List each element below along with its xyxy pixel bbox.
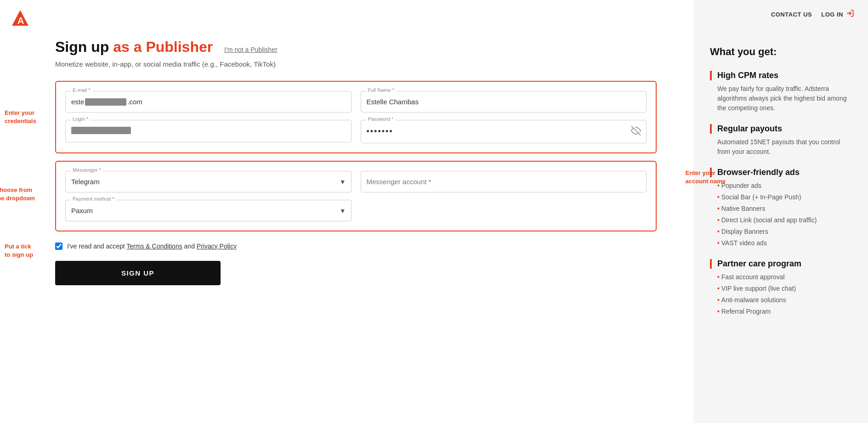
- password-input[interactable]: [361, 120, 647, 143]
- terms-link[interactable]: Terms & Conditions: [126, 243, 182, 250]
- login-link[interactable]: LOG IN: [821, 9, 854, 19]
- messenger-label: Messenger *: [71, 167, 103, 173]
- email-redacted: [85, 98, 126, 106]
- subtitle: Monetize website, in-app, or social medi…: [55, 60, 657, 68]
- list-item: Native Banners: [717, 204, 851, 214]
- list-item: Display Banners: [717, 227, 851, 237]
- list-item: Referral Program: [717, 307, 851, 316]
- terms-checkbox[interactable]: [55, 243, 62, 250]
- email-suffix: .com: [127, 98, 142, 106]
- account-name-annotation: Enter your account name: [686, 169, 726, 186]
- list-item: Anti-malware solutions: [717, 295, 851, 305]
- list-item: Direct Link (social and app traffic): [717, 215, 851, 225]
- messenger-annotation: Choose from the dropdown: [0, 186, 35, 203]
- payment-select[interactable]: Paxum Wire Transfer PayPal Webmoney: [65, 200, 352, 221]
- signup-button[interactable]: SIGN UP: [55, 261, 221, 285]
- benefit-cpm: High CPM rates We pay fairly for quality…: [710, 71, 851, 113]
- email-label: E-mail *: [71, 87, 92, 93]
- privacy-link[interactable]: Privacy Policy: [197, 243, 237, 250]
- benefit-ads: Browser-friendly ads Popunder ads Social…: [710, 168, 851, 248]
- eye-icon[interactable]: [631, 125, 641, 138]
- list-item: VIP live support (live chat): [717, 284, 851, 293]
- list-item: Fast account approval: [717, 272, 851, 282]
- login-redacted: [71, 127, 131, 134]
- login-label: Login *: [71, 116, 90, 122]
- list-item: Social Bar (+ In-Page Push): [717, 192, 851, 202]
- svg-text:A: A: [17, 16, 24, 26]
- credentials-annotation: Enter your credentials: [5, 109, 36, 125]
- messenger-select[interactable]: Telegram Skype WhatsApp Discord: [65, 171, 352, 192]
- not-publisher-link[interactable]: I'm not a Publisher: [224, 46, 278, 53]
- what-you-get-title: What you get:: [710, 46, 851, 58]
- terms-label: I've read and accept Terms & Conditions …: [67, 243, 237, 250]
- fullname-input[interactable]: [361, 91, 647, 113]
- list-item: Popunder ads: [717, 181, 851, 191]
- benefit-payouts: Regular payouts Automated 15NET payouts …: [710, 124, 851, 157]
- contact-us-link[interactable]: CONTACT US: [771, 11, 812, 18]
- email-prefix: este: [71, 98, 84, 106]
- list-item: VAST video ads: [717, 238, 851, 248]
- adsterra-logo: A: [11, 9, 29, 28]
- messenger-account-input[interactable]: [361, 171, 647, 192]
- password-label: Password *: [366, 116, 396, 122]
- page-title: Sign up as a Publisher: [55, 39, 217, 55]
- fullname-label: Full Name *: [366, 87, 396, 93]
- payment-label: Payment method *: [71, 196, 116, 202]
- tick-annotation: Put a tick to sign up: [5, 243, 33, 259]
- benefit-partner: Partner care program Fast account approv…: [710, 259, 851, 316]
- login-icon: [846, 9, 854, 19]
